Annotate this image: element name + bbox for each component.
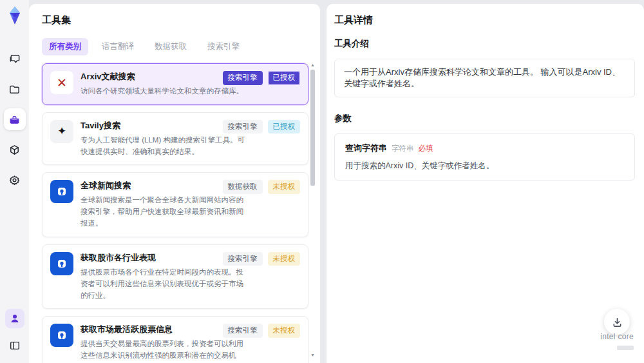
panel-toggle-icon [9, 340, 21, 351]
toolset-title: 工具集 [42, 14, 316, 26]
param-desc: 用于搜索的Arxiv ID、关键字或作者姓名。 [345, 161, 624, 172]
list-scrollbar[interactable]: ▲ ▼ [310, 62, 316, 358]
tab-language-translation[interactable]: 语言翻译 [95, 38, 141, 55]
tool-desc: 提供当天交易量最高的股票列表，投资者可以利用这些信息来识别流动性强的股票和潜在的… [80, 338, 248, 363]
tool-list: ✕ Arxiv文献搜索 访问各个研究领域大量科学论文和文章的存储库。 搜索引擎 … [42, 63, 308, 363]
nav-toolset-button[interactable] [4, 108, 26, 130]
active-stock-icon [50, 324, 73, 347]
toolset-panel: 工具集 所有类别 语言翻译 数据获取 搜索引擎 ✕ Arxiv文献搜索 访问各个… [29, 4, 320, 363]
params-heading: 参数 [334, 113, 635, 124]
auth-status-badge: 未授权 [268, 324, 301, 338]
scrollbar-thumb[interactable] [310, 70, 315, 186]
news-search-icon [50, 180, 73, 203]
tool-card-arxiv[interactable]: ✕ Arxiv文献搜索 访问各个研究领域大量科学论文和文章的存储库。 搜索引擎 … [42, 63, 308, 105]
tool-intro-text: 一个用于从Arxiv存储库搜索科学论文和文章的工具。 输入可以是Arxiv ID… [334, 59, 635, 97]
nav-plugins-button[interactable] [4, 139, 26, 161]
chat-icon [8, 53, 21, 65]
tool-card-stock-sector[interactable]: 获取股市各行业表现 提供股票市场各个行业在特定时间段内的表现。投资者可以利用这些… [42, 244, 308, 309]
app-logo-icon [5, 5, 25, 26]
stock-sector-icon [50, 252, 73, 275]
category-badge: 搜索引擎 [223, 120, 263, 134]
folder-icon [8, 83, 21, 95]
tool-details-panel: 工具详情 工具介绍 一个用于从Arxiv存储库搜索科学论文和文章的工具。 输入可… [327, 4, 644, 363]
param-name: 查询字符串 [345, 142, 387, 154]
tab-data-acquisition[interactable]: 数据获取 [147, 38, 194, 55]
category-badge: 数据获取 [223, 180, 263, 194]
tool-desc: 全球新闻搜索是一个聚合全球各大新闻网站内容的搜索引擎，帮助用户快速获取全球最新资… [80, 195, 248, 229]
tool-desc: 访问各个研究领域大量科学论文和文章的存储库。 [80, 86, 274, 97]
scrollbar-up-arrow[interactable]: ▲ [310, 62, 316, 68]
category-badge: 搜索引擎 [223, 324, 263, 338]
tool-card-active-stocks[interactable]: 获取市场最活跃股票信息 提供当天交易量最高的股票列表，投资者可以利用这些信息来识… [42, 316, 308, 363]
auth-status-badge: 已授权 [268, 71, 301, 85]
tool-card-global-news[interactable]: 全球新闻搜索 全球新闻搜索是一个聚合全球各大新闻网站内容的搜索引擎，帮助用户快速… [42, 172, 308, 237]
tool-card-tavily[interactable]: ✦ Tavily搜索 专为人工智能代理 (LLM) 构建的搜索引擎工具。可快速提… [42, 112, 308, 166]
app-window: 工具集 所有类别 语言翻译 数据获取 搜索引擎 ✕ Arxiv文献搜索 访问各个… [0, 0, 644, 363]
tool-desc: 提供股票市场各个行业在特定时间段内的表现。投资者可以利用这些信息来识别表现优于或… [80, 267, 248, 301]
scrollbar-down-arrow[interactable]: ▼ [310, 352, 316, 358]
left-rail [0, 0, 29, 363]
auth-status-badge: 未授权 [268, 252, 301, 266]
download-icon [612, 317, 623, 328]
user-avatar-icon [10, 313, 20, 324]
auth-status-badge: 未授权 [268, 180, 301, 194]
category-tabs: 所有类别 语言翻译 数据获取 搜索引擎 [42, 38, 316, 55]
auth-status-badge: 已授权 [268, 120, 301, 134]
param-type: 字符串 [392, 144, 414, 153]
intel-core-logo: intel core [600, 332, 634, 353]
cube-icon [8, 144, 21, 156]
param-required-badge: 必填 [419, 144, 433, 153]
tab-all-categories[interactable]: 所有类别 [42, 38, 88, 55]
tool-desc: 专为人工智能代理 (LLM) 构建的搜索引擎工具。可快速提供实时、准确和真实的结… [80, 135, 248, 158]
category-badge: 搜索引擎 [223, 71, 263, 85]
arxiv-x-icon: ✕ [50, 71, 73, 94]
intro-heading: 工具介绍 [334, 38, 635, 50]
tab-search-engine[interactable]: 搜索引擎 [200, 38, 247, 55]
brand-text: intel core [600, 332, 634, 341]
category-badge: 搜索引擎 [223, 252, 263, 266]
nav-chat-button[interactable] [4, 48, 26, 70]
nav-files-button[interactable] [4, 78, 26, 100]
details-title: 工具详情 [334, 14, 635, 26]
parameter-item: 查询字符串 字符串 必填 用于搜索的Arxiv ID、关键字或作者姓名。 [334, 133, 635, 181]
settings-gear-icon [8, 174, 21, 186]
nav-settings-button[interactable] [4, 169, 26, 191]
collapse-sidebar-button[interactable] [4, 335, 26, 357]
download-button[interactable] [604, 309, 630, 335]
toolbox-icon [8, 113, 21, 126]
tavily-star-icon: ✦ [50, 120, 73, 143]
user-avatar[interactable] [5, 309, 24, 328]
